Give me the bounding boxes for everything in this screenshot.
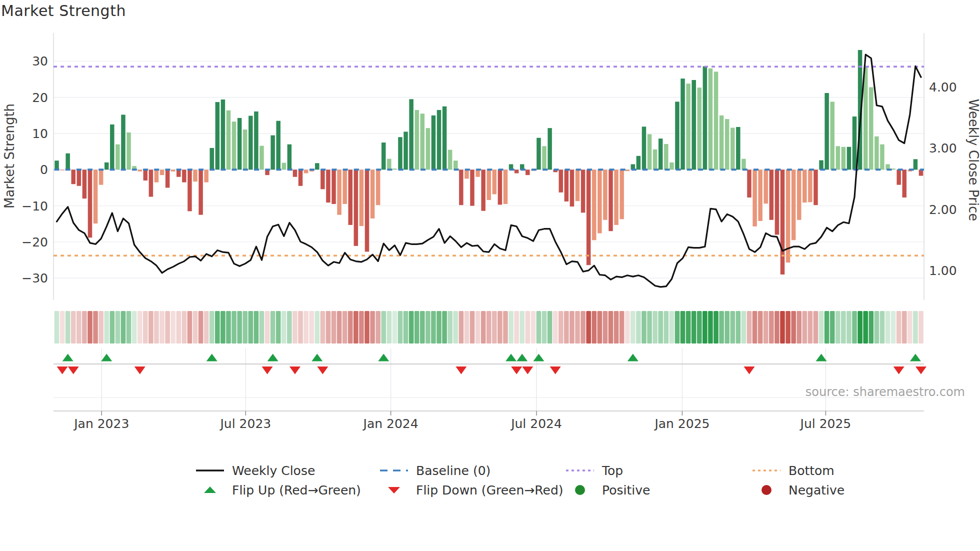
heatmap-cell: [592, 311, 596, 344]
heatmap-cell: [248, 311, 254, 344]
heatmap-cell: [796, 311, 802, 344]
negative-strength-bar: [342, 170, 347, 204]
x-tick-label: Jan 2023: [73, 416, 129, 431]
y-tick-label-left: −20: [22, 235, 48, 250]
heatmap-cell: [808, 311, 813, 344]
heatmap-cell: [514, 311, 519, 344]
positive-strength-bar: [426, 128, 430, 170]
negative-strength-bar: [570, 170, 574, 206]
negative-strength-bar: [376, 170, 380, 205]
positive-strength-bar: [836, 146, 840, 170]
legend-item-weekly-close: Weekly Close: [195, 464, 315, 478]
heatmap-cell: [542, 311, 547, 344]
negative-strength-bar: [514, 170, 519, 173]
heatmap-cell: [791, 311, 796, 344]
heatmap-cell: [896, 311, 902, 344]
negative-strength-bar: [780, 170, 785, 274]
heatmap-cell: [846, 311, 852, 344]
positive-strength-bar: [442, 106, 447, 170]
heatmap-cell: [381, 311, 386, 344]
heatmap-cell: [220, 311, 226, 344]
heatmap-cell: [265, 311, 270, 344]
heatmap-cell: [398, 311, 403, 344]
negative-strength-bar: [94, 170, 98, 224]
heatmap-cell: [110, 311, 115, 344]
positive-strength-bar: [869, 87, 874, 170]
positive-strength-bar: [282, 163, 286, 170]
heatmap-cell: [614, 311, 619, 344]
legend-label: Bottom: [788, 464, 834, 478]
flip-down-marker: [317, 366, 328, 374]
negative-strength-bar: [154, 170, 159, 182]
negative-strength-bar: [526, 170, 530, 175]
heatmap-cell: [314, 311, 320, 344]
positive-strength-bar: [382, 142, 386, 170]
heatmap-cell: [558, 311, 564, 344]
positive-strength-bar: [642, 126, 646, 170]
positive-strength-bar: [110, 124, 114, 170]
positive-strength-bar: [437, 110, 442, 170]
heatmap-cell: [88, 311, 92, 344]
heatmap-cell: [387, 311, 392, 344]
heatmap-cell: [580, 311, 586, 344]
positive-strength-bar: [736, 127, 740, 170]
negative-strength-bar: [752, 170, 757, 226]
heatmap-cell: [354, 311, 358, 344]
positive-strength-bar: [658, 138, 663, 170]
positive-strength-bar: [216, 102, 220, 170]
heatmap-cell: [764, 311, 768, 344]
negative-strength-bar: [764, 170, 768, 204]
heatmap-cell: [736, 311, 741, 344]
heatmap-cell: [697, 311, 702, 344]
heatmap-cell: [520, 311, 524, 344]
positive-strength-bar: [420, 114, 425, 170]
negative-strength-bar: [360, 170, 364, 226]
positive-strength-bar: [708, 68, 713, 170]
heatmap-cell: [647, 311, 652, 344]
positive-strength-bar: [542, 146, 546, 170]
positive-strength-bar: [238, 118, 242, 170]
heatmap-cell: [342, 311, 348, 344]
positive-strength-bar: [392, 168, 397, 170]
legend-item-bottom: Bottom: [752, 464, 834, 478]
heatmap-cell: [719, 311, 724, 344]
heatmap-cell: [204, 311, 209, 344]
heatmap-cell: [193, 311, 198, 344]
heatmap-cell: [830, 311, 835, 344]
positive-strength-bar: [680, 78, 685, 170]
negative-strength-bar: [332, 170, 336, 204]
positive-strength-bar: [664, 144, 668, 170]
flip-up-marker: [312, 354, 322, 362]
heatmap-cell: [370, 311, 375, 344]
y-tick-label-right: 3.00: [929, 141, 957, 156]
negative-strength-bar: [370, 170, 375, 218]
heatmap-cell: [608, 311, 614, 344]
heatmap-cell: [902, 311, 907, 344]
flip-up-marker: [206, 354, 218, 362]
flip-down-marker: [744, 366, 755, 374]
heatmap-cell: [332, 311, 336, 344]
heatmap-cell: [658, 311, 663, 344]
y-tick-label-left: 30: [32, 54, 48, 68]
heatmap-cell: [93, 311, 98, 344]
positive-strength-bar: [819, 160, 824, 170]
negative-strength-bar: [348, 170, 352, 225]
negative-strength-bar: [504, 170, 508, 204]
legend-label: Positive: [602, 483, 650, 498]
heatmap-cell: [309, 311, 314, 344]
heatmap-cell: [215, 311, 220, 344]
heatmap-cell: [620, 311, 624, 344]
heatmap-cell: [337, 311, 342, 344]
heatmap-cell: [160, 311, 164, 344]
heatmap-cell: [708, 311, 713, 344]
positive-strength-bar: [409, 99, 414, 170]
heatmap-cell: [492, 311, 497, 344]
dot-red-legend-swatch: [752, 484, 782, 496]
negative-strength-bar: [775, 170, 780, 234]
heatmap-cell: [652, 311, 658, 344]
heatmap-cell: [304, 311, 308, 344]
heatmap-cell: [376, 311, 380, 344]
y-tick-label-right: 2.00: [929, 202, 957, 217]
heatmap-cell: [76, 311, 82, 344]
flip-down-marker: [456, 366, 466, 374]
